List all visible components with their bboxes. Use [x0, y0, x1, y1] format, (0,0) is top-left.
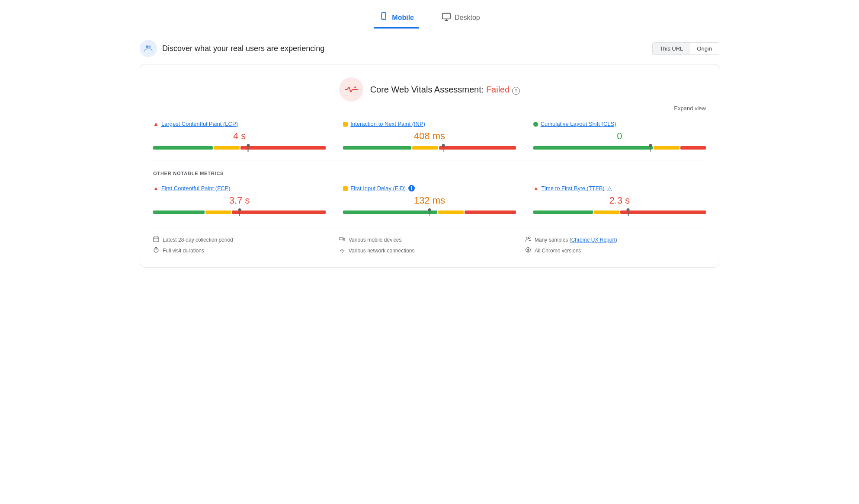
metric-fcp: ▲ First Contentful Paint (FCP) 3.7 s: [153, 185, 326, 214]
metric-fid: First Input Delay (FID) i 132 ms: [343, 185, 516, 214]
footer-item-duration: Full visit durations: [153, 247, 334, 254]
metrics-divider: [153, 160, 706, 160]
devices-icon: [339, 236, 345, 243]
crux-link[interactable]: Chrome UX Report: [571, 237, 615, 243]
info-icon[interactable]: i: [408, 185, 415, 191]
svg-line-29: [528, 251, 529, 252]
this-url-button[interactable]: This URL: [653, 43, 690, 54]
metric-inp-value: 408 ms: [343, 131, 516, 142]
metric-fid-label[interactable]: First Input Delay (FID): [350, 185, 406, 191]
metric-fid-indicator: [343, 185, 348, 191]
svg-point-22: [342, 252, 343, 253]
svg-marker-12: [354, 86, 356, 88]
origin-button[interactable]: Origin: [690, 43, 719, 54]
metric-lcp-value: 4 s: [153, 131, 326, 142]
tab-desktop-label: Desktop: [455, 14, 480, 22]
desktop-icon: [442, 12, 451, 23]
assessment-icon: [339, 77, 363, 102]
chrome-icon: [525, 247, 531, 254]
mobile-icon: [379, 12, 388, 23]
footer-item-collection: Latest 28-day collection period: [153, 236, 334, 243]
metric-fcp-header: ▲ First Contentful Paint (FCP): [153, 185, 326, 191]
metric-cls-indicator: [533, 120, 538, 127]
section-header: Discover what your real users are experi…: [140, 40, 719, 57]
metric-ttfb-value: 2.3 s: [533, 195, 706, 206]
calendar-icon: [153, 236, 159, 243]
footer-collection-text: Latest 28-day collection period: [163, 237, 233, 243]
footer-duration-text: Full visit durations: [163, 248, 204, 254]
footer-item-chrome: All Chrome versions: [525, 247, 706, 254]
metric-lcp-indicator: ▲: [153, 120, 159, 127]
footer-col-1: Latest 28-day collection period Full vis…: [153, 236, 334, 254]
assessment-header: Core Web Vitals Assessment: Failed?: [153, 77, 706, 102]
main-card: Core Web Vitals Assessment: Failed? Expa…: [140, 64, 719, 268]
metric-cls-header: Cumulative Layout Shift (CLS): [533, 120, 706, 127]
footer-network-text: Various network connections: [349, 248, 415, 254]
metric-lcp-label[interactable]: Largest Contentful Paint (LCP): [161, 121, 238, 127]
metric-ttfb-indicator: ▲: [533, 185, 539, 191]
footer-col-2: Various mobile devices Various network c…: [339, 236, 520, 254]
footer-chrome-text: All Chrome versions: [535, 248, 581, 254]
metric-lcp: ▲ Largest Contentful Paint (LCP) 4 s: [153, 120, 326, 150]
core-metrics-grid: ▲ Largest Contentful Paint (LCP) 4 s Int…: [153, 120, 706, 150]
expand-view-button[interactable]: Expand view: [153, 105, 706, 112]
footer-info: Latest 28-day collection period Full vis…: [153, 227, 706, 254]
metric-fid-header: First Input Delay (FID) i: [343, 185, 516, 191]
svg-point-1: [383, 19, 384, 19]
metric-lcp-header: ▲ Largest Contentful Paint (LCP): [153, 120, 326, 127]
metric-ttfb: ▲ Time to First Byte (TTFB) △ 2.3 s: [533, 185, 706, 214]
svg-rect-2: [442, 13, 450, 19]
footer-item-samples: Many samples (Chrome UX Report): [525, 236, 706, 243]
svg-rect-21: [343, 238, 345, 240]
other-metrics-label: OTHER NOTABLE METRICS: [153, 171, 706, 176]
tab-mobile-label: Mobile: [392, 14, 414, 22]
footer-col-3: Many samples (Chrome UX Report) All Chro…: [525, 236, 706, 254]
tab-bar: Mobile Desktop: [140, 9, 719, 27]
metric-inp-indicator: [343, 120, 348, 127]
svg-rect-20: [340, 237, 343, 240]
network-icon: [339, 247, 345, 254]
metric-cls-value: 0: [533, 131, 706, 142]
svg-point-26: [527, 249, 529, 251]
svg-point-5: [146, 45, 148, 48]
footer-item-devices: Various mobile devices: [339, 236, 520, 243]
metric-fcp-label[interactable]: First Contentful Paint (FCP): [161, 185, 231, 191]
metric-fcp-value: 3.7 s: [153, 195, 326, 206]
metric-fcp-indicator: ▲: [153, 185, 159, 191]
assessment-status: Failed: [486, 85, 510, 94]
metric-cls-label[interactable]: Cumulative Layout Shift (CLS): [541, 121, 616, 127]
other-metrics-grid: ▲ First Contentful Paint (FCP) 3.7 s Fir…: [153, 185, 706, 214]
url-toggle: This URL Origin: [652, 42, 719, 55]
metric-inp-label[interactable]: Interaction to Next Paint (INP): [350, 121, 425, 127]
footer-devices-text: Various mobile devices: [349, 237, 402, 243]
metric-inp: Interaction to Next Paint (INP) 408 ms: [343, 120, 516, 150]
tab-desktop[interactable]: Desktop: [436, 9, 485, 27]
experimental-icon: △: [607, 185, 612, 191]
metric-cls: Cumulative Layout Shift (CLS) 0: [533, 120, 706, 150]
users-icon: [525, 236, 531, 243]
metric-inp-header: Interaction to Next Paint (INP): [343, 120, 516, 127]
footer-item-network: Various network connections: [339, 247, 520, 254]
footer-samples-text: Many samples (Chrome UX Report): [535, 237, 617, 243]
svg-point-23: [526, 237, 529, 239]
help-icon[interactable]: ?: [512, 87, 520, 95]
svg-point-6: [148, 45, 151, 48]
timer-icon: [153, 247, 159, 254]
tab-mobile[interactable]: Mobile: [374, 9, 419, 27]
svg-line-9: [349, 87, 351, 92]
metric-ttfb-label[interactable]: Time to First Byte (TTFB): [542, 185, 605, 191]
svg-rect-13: [154, 237, 159, 242]
section-avatar: [140, 40, 157, 57]
section-title: Discover what your real users are experi…: [162, 44, 324, 53]
assessment-title-container: Core Web Vitals Assessment: Failed?: [370, 85, 520, 95]
svg-point-24: [529, 237, 530, 239]
svg-line-10: [351, 89, 353, 92]
assessment-title-prefix: Core Web Vitals Assessment:: [370, 85, 486, 94]
metric-ttfb-header: ▲ Time to First Byte (TTFB) △: [533, 185, 706, 191]
metric-fid-value: 132 ms: [343, 195, 516, 206]
